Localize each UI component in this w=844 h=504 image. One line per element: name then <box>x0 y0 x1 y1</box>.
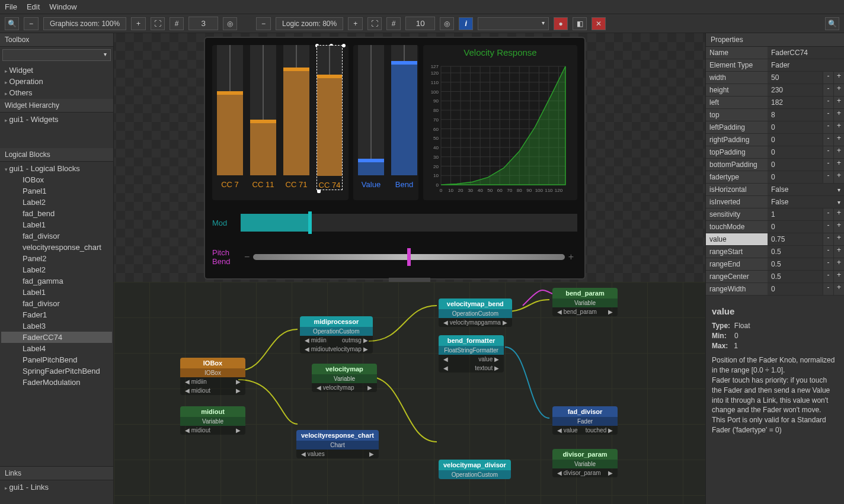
block-item-iobox[interactable]: IOBox <box>1 174 112 185</box>
hierarchy-root[interactable]: gui1 - Widgets <box>1 114 112 125</box>
block-item-fadermodulation[interactable]: FaderModulation <box>1 377 112 388</box>
prop-inc[interactable]: + <box>833 134 844 146</box>
prop-row-touchMode[interactable]: touchMode0-+ <box>706 221 844 233</box>
erase-icon[interactable]: ◧ <box>573 17 587 30</box>
prop-inc[interactable]: + <box>833 171 844 183</box>
search-icon[interactable]: 🔍 <box>5 17 19 30</box>
block-item-panel2[interactable]: Panel2 <box>1 253 112 264</box>
prop-row-rangeEnd[interactable]: rangeEnd0.5-+ <box>706 258 844 271</box>
record-icon[interactable]: ● <box>554 17 568 30</box>
prop-dec[interactable]: - <box>823 271 833 283</box>
prop-dec[interactable]: - <box>823 221 833 233</box>
canvas[interactable]: CC 7CC 11CC 71CC 74 ValueBend Velocity R… <box>114 33 705 504</box>
links-root[interactable]: gui1 - Links <box>1 481 112 493</box>
prop-inc[interactable]: + <box>833 258 844 270</box>
prop-row-left[interactable]: left182-+ <box>706 97 844 109</box>
prop-dec[interactable]: - <box>823 97 833 108</box>
prop-dec[interactable]: - <box>823 208 833 220</box>
prop-row-rangeCenter[interactable]: rangeCenter0.5-+ <box>706 271 844 283</box>
prop-inc[interactable]: + <box>833 208 844 220</box>
prop-inc[interactable]: + <box>833 271 844 283</box>
block-item-label2[interactable]: Label2 <box>1 197 112 208</box>
fader-bend[interactable]: Bend <box>391 45 417 189</box>
node-velocitymap_bend[interactable]: velocitymap_bendOperationCustom◀ velocit… <box>439 298 512 327</box>
graphics-grid-input[interactable] <box>188 17 218 30</box>
prop-inc[interactable]: + <box>833 109 844 121</box>
node-midiprocessor[interactable]: midiprocessorOperationCustom◀ midiinoutm… <box>300 316 373 354</box>
prop-inc[interactable]: + <box>833 121 844 133</box>
block-item-velocityresponse_chart[interactable]: velocityresponse_chart <box>1 242 112 253</box>
fader-cc74[interactable]: CC 74 <box>316 45 343 190</box>
prop-dec[interactable]: - <box>823 72 833 84</box>
block-item-fader1[interactable]: Fader1 <box>1 309 112 320</box>
block-item-panel1[interactable]: Panel1 <box>1 185 112 197</box>
fader-cc7[interactable]: CC 7 <box>217 45 243 189</box>
block-item-panelpitchbend[interactable]: PanelPitchBend <box>1 354 112 365</box>
node-divisor_param[interactable]: divisor_paramVariable◀ divisor_param▶ <box>552 449 618 477</box>
fit-logic-icon[interactable]: ⛶ <box>367 17 382 30</box>
prop-inc[interactable]: + <box>833 72 844 84</box>
menu-edit[interactable]: Edit <box>27 2 40 11</box>
prop-dec[interactable]: - <box>823 246 833 258</box>
info-icon[interactable]: i <box>459 17 473 30</box>
toolbox-item-widget[interactable]: Widget <box>1 65 112 76</box>
prop-inc[interactable]: + <box>833 159 844 171</box>
prop-row-bottomPadding[interactable]: bottomPadding0-+ <box>706 159 844 171</box>
block-item-label3[interactable]: Label3 <box>1 320 112 332</box>
prop-row-height[interactable]: height230-+ <box>706 84 844 97</box>
node-velocitymap[interactable]: velocitymapVariable◀ velocitymap▶ <box>312 364 377 392</box>
block-item-label4[interactable]: Label4 <box>1 343 112 354</box>
node-velocityresponse_chart[interactable]: velocityresponse_chartChart◀ values▶ <box>296 430 379 458</box>
prop-dec[interactable]: - <box>823 171 833 183</box>
close-icon[interactable]: ✕ <box>592 17 606 30</box>
prop-inc[interactable]: + <box>833 283 844 295</box>
prop-dec[interactable]: - <box>823 159 833 171</box>
prop-dec[interactable]: - <box>823 283 833 295</box>
prop-dec[interactable]: - <box>823 134 833 146</box>
toolbox-item-operation[interactable]: Operation <box>1 76 112 87</box>
prop-row-rangeStart[interactable]: rangeStart0.5-+ <box>706 246 844 258</box>
fader-value[interactable]: Value <box>358 45 384 189</box>
menu-window[interactable]: Window <box>49 2 76 11</box>
fit-graphics-icon[interactable]: ⛶ <box>151 17 165 30</box>
menu-file[interactable]: File <box>5 2 17 11</box>
prop-inc[interactable]: + <box>833 221 844 233</box>
logic-zoom-minus[interactable]: − <box>256 17 271 30</box>
prop-inc[interactable]: + <box>833 84 844 96</box>
prop-dec[interactable]: - <box>823 258 833 270</box>
block-item-label2[interactable]: Label2 <box>1 264 112 275</box>
prop-row-sensitivity[interactable]: sensitivity1-+ <box>706 208 844 221</box>
toolbar-dropdown[interactable] <box>478 17 549 30</box>
block-item-label1[interactable]: Label1 <box>1 287 112 298</box>
prop-dec[interactable]: - <box>823 84 833 96</box>
block-item-fad_gamma[interactable]: fad_gamma <box>1 275 112 287</box>
block-item-fad_divisor[interactable]: fad_divisor <box>1 230 112 242</box>
toolbox-item-others[interactable]: Others <box>1 87 112 98</box>
prop-row-isInverted[interactable]: isInvertedFalse <box>706 196 844 208</box>
node-fad_divisor[interactable]: fad_divisorFader◀ valuetouched ▶ <box>552 406 618 435</box>
node-bend_param[interactable]: bend_paramVariable◀ bend_param▶ <box>552 288 618 316</box>
toolbox-filter[interactable] <box>2 49 111 61</box>
prop-row-top[interactable]: top8-+ <box>706 109 844 121</box>
prop-inc[interactable]: + <box>833 97 844 108</box>
fader-cc11[interactable]: CC 11 <box>250 45 276 189</box>
prop-row-rangeWidth[interactable]: rangeWidth0-+ <box>706 283 844 296</box>
prop-row-value[interactable]: value0.75-+ <box>706 233 844 246</box>
logic-canvas[interactable]: IOBoxIOBox◀ midiin▶◀ midiout▶midioutVari… <box>114 282 705 504</box>
prop-row-leftPadding[interactable]: leftPadding0-+ <box>706 121 844 134</box>
node-velocitymap_divisor[interactable]: velocitymap_divisorOperationCustom <box>439 460 511 479</box>
prop-row-topPadding[interactable]: topPadding0-+ <box>706 146 844 159</box>
graphics-zoom-plus[interactable]: + <box>131 17 146 30</box>
prop-dec[interactable]: - <box>823 121 833 133</box>
prop-row-width[interactable]: width50-+ <box>706 72 844 84</box>
pitchbend-slider[interactable] <box>253 254 564 260</box>
block-item-label1[interactable]: Label1 <box>1 219 112 230</box>
prop-inc[interactable]: + <box>833 146 844 158</box>
splitter-handle[interactable] <box>389 278 430 282</box>
prop-inc[interactable]: + <box>833 233 844 245</box>
mod-slider[interactable] <box>241 214 577 232</box>
prop-row-fadertype[interactable]: fadertype0-+ <box>706 171 844 184</box>
block-item-springfaderpitchbend[interactable]: SpringFaderPitchBend <box>1 365 112 377</box>
blocks-root[interactable]: gui1 - Logical Blocks <box>1 163 112 174</box>
prop-dec[interactable]: - <box>823 233 833 245</box>
